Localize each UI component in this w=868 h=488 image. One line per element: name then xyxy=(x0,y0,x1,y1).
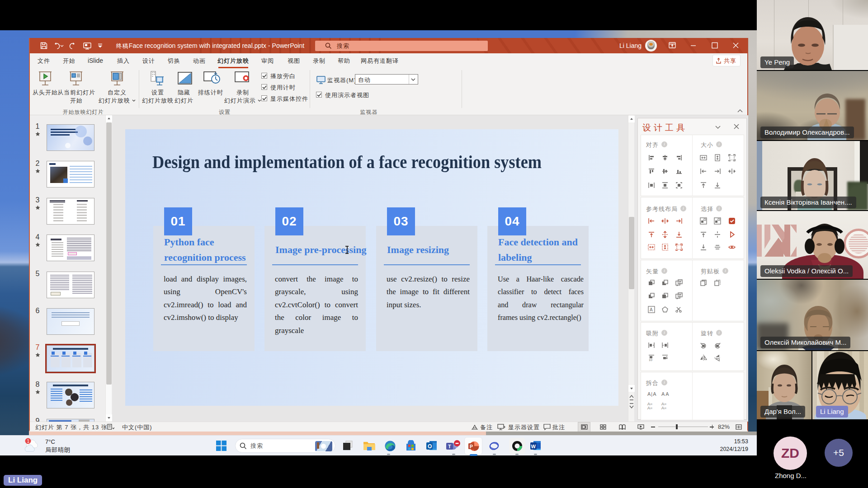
svg-text:O: O xyxy=(428,443,432,450)
svg-text:P: P xyxy=(470,444,473,449)
svg-text:W: W xyxy=(531,444,536,449)
svg-text:1: 1 xyxy=(27,439,30,444)
svg-text:10: 10 xyxy=(649,358,652,361)
svg-text:T: T xyxy=(448,444,451,449)
svg-text:A: A xyxy=(650,307,653,312)
